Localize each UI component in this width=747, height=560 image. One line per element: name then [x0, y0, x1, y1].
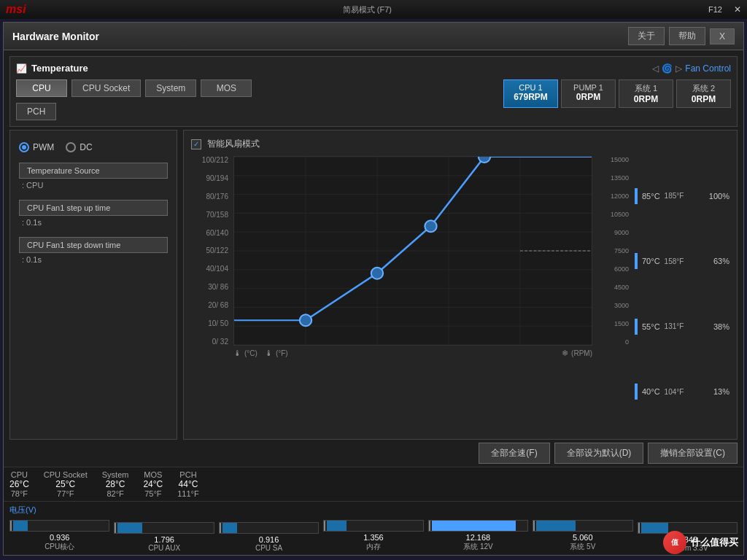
step-down-btn[interactable]: CPU Fan1 step down time	[19, 237, 168, 253]
voltage-bar-memory	[323, 520, 423, 532]
rpm-label-9: 1500	[595, 320, 629, 327]
smart-fan-checkbox[interactable]: ✓	[191, 139, 201, 149]
voltage-label-sys-12v: 系统 12V	[463, 542, 493, 552]
fan-tab-cpu1[interactable]: CPU 1 679RPM	[503, 79, 558, 108]
cpu-socket-temp-btn[interactable]: CPU Socket	[71, 79, 141, 97]
y-label-3: 70/158	[191, 211, 231, 219]
status-cpu-socket-celsius: 25°C	[55, 479, 75, 489]
legend-item-2: 70°C 158°F 63%	[635, 253, 729, 269]
status-system: System 28°C 82°F	[102, 470, 129, 498]
voltage-label-sys-5v: 系统 5V	[570, 542, 595, 552]
status-system-label: System	[102, 470, 129, 479]
temperature-icon: 📈	[16, 63, 27, 74]
help-button[interactable]: 帮助	[669, 27, 705, 45]
status-system-celsius: 28°C	[106, 479, 125, 489]
y-label-5: 50/122	[191, 246, 231, 254]
cancel-all-btn[interactable]: 撤销全部设置(C)	[648, 443, 738, 464]
chart-svg	[234, 157, 592, 345]
status-cpu-celsius: 26°C	[9, 479, 29, 489]
rpm-label-2: 12000	[595, 192, 629, 200]
step-up-field: CPU Fan1 step up time : 0.1s	[19, 200, 168, 227]
close-button[interactable]: X	[710, 28, 735, 44]
fan-tab-sys2[interactable]: 系统 2 0RPM	[676, 79, 731, 108]
fan-rpm-icon: ❄	[562, 349, 568, 358]
legend-celsius-2: 70°C	[642, 257, 660, 265]
close-topbar-btn[interactable]: ✕	[734, 4, 741, 15]
cpu-temp-btn[interactable]: CPU	[16, 79, 67, 97]
voltage-value-sys-12v: 12.168	[466, 533, 491, 542]
about-button[interactable]: 关于	[628, 27, 665, 45]
voltage-label-cpu-core: CPU核心	[44, 542, 74, 552]
chart-area: 100/212 90/194 80/176 70/158 60/140 50/1…	[191, 156, 729, 432]
left-panel: PWM DC Temperature Source : CPU CPU Fan1…	[9, 130, 177, 440]
status-mos-label: MOS	[144, 470, 162, 479]
y-label-0: 100/212	[191, 156, 231, 164]
status-system-fahrenheit: 82°F	[107, 489, 123, 498]
msi-logo: msi	[6, 3, 26, 16]
voltage-fill-sys-12v	[432, 521, 516, 531]
legend-bar-4	[635, 384, 638, 400]
voltage-title: 电压(V)	[9, 505, 738, 516]
voltage-value-cpu-core: 0.936	[50, 533, 70, 542]
pwm-radio-circle	[19, 142, 29, 152]
voltage-cpu-core: 0.936 CPU核心	[9, 520, 109, 552]
status-cpu: CPU 26°C 78°F	[9, 470, 29, 498]
status-mos: MOS 24°C 75°F	[143, 470, 163, 498]
msi-right-controls: F12 ✕	[708, 4, 741, 15]
watermark-text: 什么值得买	[691, 536, 738, 549]
chart-header: ✓ 智能风扇模式	[191, 138, 729, 150]
y-label-9: 10/ 50	[191, 319, 231, 327]
legend-bar-2	[635, 253, 638, 269]
voltage-value-memory: 1.356	[363, 533, 384, 542]
rpm-label-3: 10500	[595, 211, 629, 218]
svg-point-20	[425, 220, 436, 232]
dc-label: DC	[80, 142, 92, 152]
voltage-section: 电压(V) 0.936 CPU核心 1.79	[4, 501, 743, 555]
arrow-separator: ▷	[676, 63, 682, 74]
chart-legend: 85°C 185°F 100% 70°C 158°F 63% 55°	[635, 156, 729, 432]
system-temp-btn[interactable]: System	[145, 79, 196, 97]
voltage-label-memory: 内存	[366, 542, 381, 552]
celsius-unit: (°C)	[244, 349, 258, 357]
mos-temp-btn[interactable]: MOS	[201, 79, 252, 97]
thermometer-icon: 🌡	[233, 349, 241, 357]
fan-control-label[interactable]: Fan Control	[685, 63, 731, 74]
voltage-fill-sys-5v	[536, 521, 576, 531]
full-speed-btn[interactable]: 全部全速(F)	[479, 443, 549, 464]
y-label-6: 40/104	[191, 265, 231, 273]
fan-tabs-container: CPU 1 679RPM PUMP 1 0RPM 系统 1 0RPM 系统 2 …	[503, 79, 731, 108]
status-cpu-socket-fahrenheit: 77°F	[57, 489, 74, 498]
y-label-10: 0/ 32	[191, 338, 231, 346]
fan-tab-pump1[interactable]: PUMP 1 0RPM	[561, 79, 616, 108]
fan-tab-sys1[interactable]: 系统 1 0RPM	[619, 79, 673, 108]
voltage-fill-cpu-aux	[117, 523, 142, 533]
page-title: Hardware Monitor	[12, 31, 624, 42]
y-label-1: 90/194	[191, 174, 231, 182]
status-cpu-label: CPU	[11, 470, 28, 479]
voltage-memory: 1.356 内存	[323, 520, 423, 552]
temp-source-btn[interactable]: Temperature Source	[19, 163, 168, 179]
pwm-radio[interactable]: PWM	[19, 142, 54, 152]
voltage-bars-container: 0.936 CPU核心 1.796 CPU AUX	[9, 520, 738, 552]
dc-radio[interactable]: DC	[66, 142, 92, 152]
legend-item-1: 85°C 185°F 100%	[635, 188, 729, 204]
voltage-bar-sys-5v	[533, 520, 632, 532]
temp-buttons-group: CPU CPU Socket System MOS PCH	[16, 79, 252, 120]
temp-buttons-row: CPU CPU Socket System MOS	[16, 79, 252, 97]
set-default-btn[interactable]: 全部设为默认(D)	[554, 443, 644, 464]
voltage-value-sys-5v: 5.060	[573, 533, 593, 542]
status-pch-label: PCH	[179, 470, 196, 479]
f12-btn[interactable]: F12	[708, 5, 722, 14]
status-pch: PCH 44°C 111°F	[177, 470, 198, 498]
top-section: 📈 Temperature ◁ 🌀 ▷ Fan Control CPU CPU …	[9, 56, 738, 127]
rpm-unit: (RPM)	[571, 349, 592, 357]
voltage-bar-cpu-core	[9, 520, 109, 532]
pch-btn[interactable]: PCH	[16, 103, 56, 120]
legend-pct-4: 13%	[713, 387, 729, 396]
watermark: 值 什么值得买	[663, 531, 738, 554]
voltage-cpu-aux: 1.796 CPU AUX	[114, 522, 214, 552]
legend-fahrenheit-2: 158°F	[665, 257, 684, 265]
step-up-btn[interactable]: CPU Fan1 step up time	[19, 200, 168, 216]
hardware-monitor-window: Hardware Monitor 关于 帮助 X 📈 Temperature ◁…	[3, 22, 744, 556]
svg-point-21	[479, 157, 490, 163]
